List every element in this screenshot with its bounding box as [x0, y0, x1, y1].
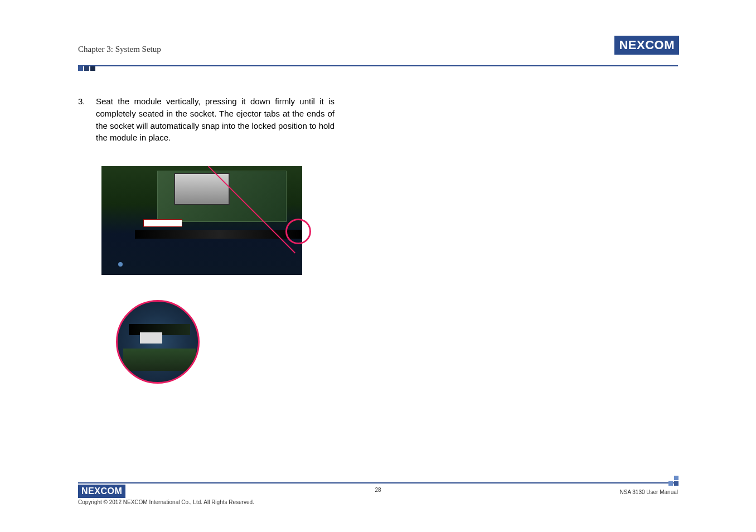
copyright-text: Copyright © 2012 NEXCOM International Co…	[78, 499, 254, 505]
header-row: Chapter 3: System Setup	[78, 45, 678, 54]
step-item: 3. Seat the module vertically, pressing …	[78, 95, 335, 144]
footer-content: NEXCOM Copyright © 2012 NEXCOM Internati…	[78, 485, 678, 505]
separator-squares-icon	[78, 66, 96, 71]
step-number: 3.	[78, 95, 86, 144]
image-block	[101, 166, 302, 275]
logo-top-container: NEXCOM	[614, 36, 679, 55]
footer: NEXCOM Copyright © 2012 NEXCOM Internati…	[78, 482, 678, 505]
motherboard-photo	[101, 166, 302, 275]
clip-label	[140, 332, 162, 344]
ram-label	[143, 219, 182, 227]
footer-squares-icon	[668, 476, 679, 488]
header-separator	[78, 63, 678, 73]
nexcom-footer-logo-icon: NEXCOM	[78, 485, 125, 498]
step-text: Seat the module vertically, pressing it …	[96, 95, 335, 144]
manual-name: NSA 3130 User Manual	[619, 489, 678, 495]
page-number: 28	[375, 487, 381, 493]
page-container: Chapter 3: System Setup NEXCOM 3. Seat t…	[0, 0, 756, 532]
footer-separator-line	[78, 482, 678, 483]
footer-logo-container: NEXCOM	[78, 485, 254, 498]
cpu-socket-graphic	[174, 173, 230, 205]
content-area: 3. Seat the module vertically, pressing …	[78, 95, 335, 275]
blue-dot-graphic	[118, 262, 123, 267]
detail-circle-zoom	[116, 300, 200, 384]
nexcom-logo-icon: NEXCOM	[614, 36, 679, 55]
chapter-title: Chapter 3: System Setup	[78, 45, 161, 54]
highlight-circle-top	[285, 219, 311, 244]
separator-line-blue	[78, 65, 678, 66]
footer-left: NEXCOM Copyright © 2012 NEXCOM Internati…	[78, 485, 254, 505]
